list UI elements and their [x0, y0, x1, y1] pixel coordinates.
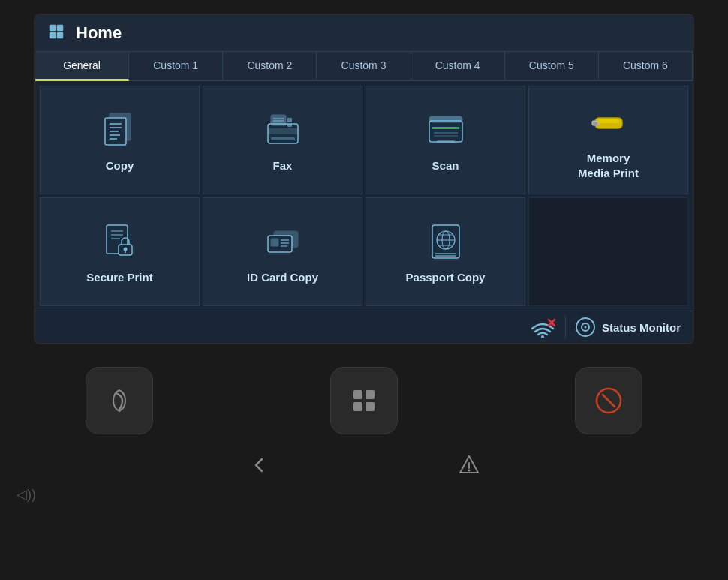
svg-rect-0 — [50, 25, 56, 31]
svg-rect-38 — [271, 239, 278, 246]
wifi-status — [529, 317, 556, 338]
copy-label: Copy — [106, 158, 134, 173]
svg-rect-58 — [353, 402, 362, 411]
stop-icon — [592, 384, 625, 417]
svg-rect-28 — [593, 122, 597, 125]
tab-custom5[interactable]: Custom 5 — [505, 52, 599, 80]
warning-button[interactable] — [450, 446, 488, 484]
scan-icon — [423, 107, 468, 152]
passport-copy-icon — [423, 219, 468, 264]
svg-rect-57 — [366, 390, 375, 399]
svg-rect-1 — [57, 25, 63, 31]
tab-custom1[interactable]: Custom 1 — [129, 52, 223, 80]
svg-rect-20 — [429, 116, 462, 122]
svg-point-55 — [585, 326, 587, 329]
small-icons-row — [34, 446, 694, 484]
svg-point-34 — [123, 247, 127, 251]
empty-slot — [528, 197, 688, 306]
secure-print-button[interactable]: Secure Print — [40, 197, 200, 306]
screen-bezel: Home General Custom 1 Custom 2 Custom 3 … — [34, 14, 694, 344]
warning-icon — [457, 453, 481, 477]
svg-rect-3 — [57, 32, 63, 38]
svg-rect-56 — [353, 390, 362, 399]
physical-buttons-row — [34, 367, 694, 434]
tab-custom3[interactable]: Custom 3 — [317, 52, 411, 80]
tab-custom4[interactable]: Custom 4 — [411, 52, 505, 80]
stop-button[interactable] — [575, 367, 642, 434]
id-card-copy-label: ID Card Copy — [247, 270, 318, 285]
memory-media-print-label: Memory Media Print — [578, 151, 639, 180]
svg-line-61 — [603, 395, 615, 407]
back-arrow-icon — [247, 453, 271, 477]
svg-point-50 — [541, 335, 544, 338]
memory-media-print-button[interactable]: Memory Media Print — [528, 86, 688, 194]
back-button[interactable] — [240, 446, 278, 484]
svg-rect-13 — [271, 115, 286, 125]
sleep-icon — [103, 384, 136, 417]
svg-rect-12 — [268, 128, 298, 134]
secure-print-icon — [98, 219, 143, 264]
home-icon — [47, 23, 68, 44]
tab-custom2[interactable]: Custom 2 — [223, 52, 317, 80]
fax-button[interactable]: Fax — [203, 86, 362, 194]
screen-header: Home — [35, 15, 693, 52]
tabs-bar: General Custom 1 Custom 2 Custom 3 Custo… — [35, 52, 693, 81]
svg-point-64 — [468, 470, 471, 472]
passport-copy-button[interactable]: Passport Copy — [366, 197, 525, 306]
id-card-copy-button[interactable]: ID Card Copy — [203, 197, 362, 306]
passport-copy-label: Passport Copy — [406, 270, 486, 285]
status-monitor-label: Status Monitor — [602, 321, 681, 334]
tab-general[interactable]: General — [35, 52, 129, 81]
svg-rect-42 — [432, 225, 459, 258]
svg-rect-18 — [271, 137, 295, 140]
app-grid: Copy Fax — [35, 81, 693, 311]
svg-rect-24 — [437, 140, 455, 143]
svg-rect-17 — [287, 124, 292, 127]
id-card-copy-icon — [260, 219, 305, 264]
home-button[interactable] — [330, 367, 398, 434]
scan-button[interactable]: Scan — [366, 86, 525, 194]
speaker-icon: ◁)) — [17, 486, 36, 503]
copy-button[interactable]: Copy — [40, 86, 200, 194]
wifi-icon — [529, 317, 556, 338]
secure-print-label: Secure Print — [86, 270, 152, 285]
status-bar: Status Monitor — [35, 311, 693, 343]
svg-rect-16 — [287, 118, 292, 122]
page-title: Home — [76, 23, 122, 43]
fax-icon — [260, 107, 305, 152]
scan-label: Scan — [432, 158, 459, 173]
tab-custom6[interactable]: Custom 6 — [599, 52, 693, 80]
svg-rect-2 — [50, 32, 56, 38]
svg-rect-19 — [429, 121, 462, 142]
sleep-button[interactable] — [86, 367, 153, 434]
status-monitor-icon — [575, 317, 596, 338]
home-button-icon — [347, 384, 381, 417]
status-monitor-button[interactable]: Status Monitor — [575, 317, 681, 338]
usb-icon — [586, 100, 631, 145]
svg-rect-26 — [597, 119, 619, 123]
copy-icon — [98, 107, 143, 152]
fax-label: Fax — [273, 158, 293, 173]
svg-rect-59 — [366, 402, 375, 411]
svg-rect-21 — [432, 127, 459, 129]
